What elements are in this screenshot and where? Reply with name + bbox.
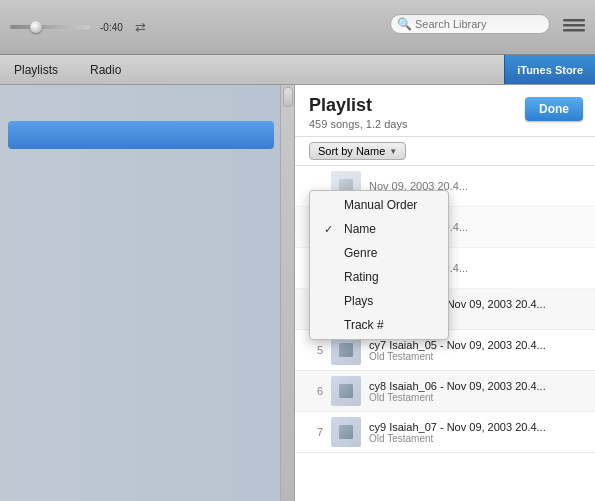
shuffle-button[interactable]: ⇄ [135, 20, 146, 35]
track-thumbnail [331, 376, 361, 406]
toolbar: -0:40 ⇄ 🔍 [0, 0, 595, 55]
track-name: cy9 Isaiah_07 - Nov 09, 2003 20.4... [369, 421, 587, 433]
track-num: 5 [303, 344, 323, 356]
sort-button[interactable]: Sort by Name [309, 142, 406, 160]
sort-option-genre[interactable]: Genre [310, 241, 448, 265]
track-info: cy8 Isaiah_06 - Nov 09, 2003 20.4... Old… [369, 380, 587, 403]
sidebar-scrollbar[interactable] [280, 85, 294, 501]
sort-option-name[interactable]: Name [310, 217, 448, 241]
track-num: 7 [303, 426, 323, 438]
scroll-thumb[interactable] [283, 87, 293, 107]
list-view-button[interactable] [563, 18, 585, 36]
svg-rect-1 [563, 24, 585, 27]
sort-bar: Sort by Name [295, 137, 595, 166]
sort-dropdown: Manual Order Name Genre Rating Plays Tra… [309, 190, 449, 340]
search-container: 🔍 [390, 14, 550, 34]
track-thumbnail [331, 417, 361, 447]
sidebar-row-3[interactable] [8, 149, 274, 177]
sidebar-row-4[interactable] [8, 177, 274, 205]
search-input[interactable] [390, 14, 550, 34]
tab-playlists[interactable]: Playlists [8, 59, 64, 81]
content-area: Playlist 459 songs, 1.2 days Done Sort b… [295, 85, 595, 501]
tab-radio[interactable]: Radio [84, 59, 127, 81]
sidebar-content [0, 85, 294, 241]
volume-slider-area[interactable]: -0:40 ⇄ [10, 20, 146, 35]
main: Playlist 459 songs, 1.2 days Done Sort b… [0, 85, 595, 501]
sort-option-plays[interactable]: Plays [310, 289, 448, 313]
volume-knob[interactable] [30, 21, 42, 33]
sidebar-row-5[interactable] [8, 205, 274, 233]
track-num: 6 [303, 385, 323, 397]
track-info: cy7 Isaiah_05 - Nov 09, 2003 20.4... Old… [369, 339, 587, 362]
svg-rect-2 [563, 29, 585, 32]
sort-option-rating[interactable]: Rating [310, 265, 448, 289]
track-name: cy8 Isaiah_06 - Nov 09, 2003 20.4... [369, 380, 587, 392]
table-row[interactable]: 7 cy9 Isaiah_07 - Nov 09, 2003 20.4... O… [295, 412, 595, 453]
navbar: Playlists Radio iTunes Store [0, 55, 595, 85]
volume-track[interactable] [10, 25, 90, 29]
search-icon: 🔍 [397, 17, 412, 31]
track-name: cy7 Isaiah_05 - Nov 09, 2003 20.4... [369, 339, 587, 351]
playlist-header: Playlist 459 songs, 1.2 days Done [295, 85, 595, 137]
table-row[interactable]: 6 cy8 Isaiah_06 - Nov 09, 2003 20.4... O… [295, 371, 595, 412]
sidebar-row-2[interactable] [8, 121, 274, 149]
track-sub: Old Testament [369, 392, 587, 403]
sidebar [0, 85, 295, 501]
svg-rect-0 [563, 19, 585, 22]
sort-option-track[interactable]: Track # [310, 313, 448, 337]
track-sub: Old Testament [369, 351, 587, 362]
track-info: cy9 Isaiah_07 - Nov 09, 2003 20.4... Old… [369, 421, 587, 444]
sort-option-manual[interactable]: Manual Order [310, 193, 448, 217]
done-button[interactable]: Done [525, 97, 583, 121]
time-display: -0:40 [100, 22, 123, 33]
itunes-store-button[interactable]: iTunes Store [504, 55, 595, 84]
track-sub: Old Testament [369, 433, 587, 444]
sidebar-row-1[interactable] [8, 93, 274, 121]
